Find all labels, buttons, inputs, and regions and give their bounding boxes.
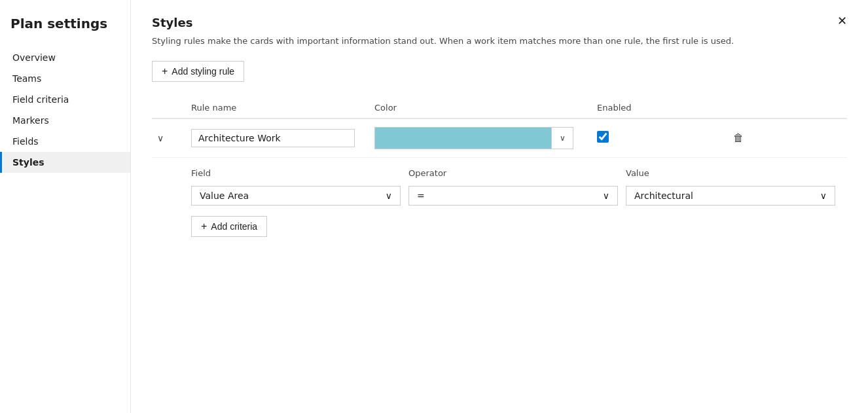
- chevron-down-icon: ∨: [560, 134, 566, 143]
- color-cell: ∨: [374, 127, 597, 149]
- criteria-value-header: Value: [626, 168, 835, 178]
- col-color: Color: [374, 103, 597, 113]
- field-dropdown[interactable]: Value Area ∨: [191, 186, 401, 206]
- sidebar-item-styles[interactable]: Styles: [0, 152, 130, 173]
- value-dropdown[interactable]: Architectural ∨: [626, 186, 835, 206]
- section-title: Styles: [152, 16, 847, 29]
- section-description: Styling rules make the cards with import…: [152, 35, 839, 48]
- color-swatch[interactable]: [374, 127, 551, 149]
- criteria-field-header: Field: [191, 168, 401, 178]
- operator-dropdown[interactable]: = ∨: [408, 186, 618, 206]
- sidebar-item-overview[interactable]: Overview: [0, 47, 130, 68]
- col-rule-name: Rule name: [191, 103, 374, 113]
- delete-cell: 🗑: [728, 130, 847, 147]
- table-row: ∨ ∨ 🗑: [152, 119, 847, 158]
- col-actions: [728, 103, 847, 113]
- field-dropdown-cell: Value Area ∨: [191, 186, 401, 206]
- add-rule-label: Add styling rule: [172, 66, 234, 77]
- value-dropdown-cell: Architectural ∨: [626, 186, 835, 206]
- rule-name-input[interactable]: [191, 129, 355, 147]
- close-icon: ✕: [837, 14, 847, 28]
- sidebar-item-teams[interactable]: Teams: [0, 68, 130, 89]
- rule-name-cell: [191, 129, 374, 147]
- enabled-cell: [597, 131, 728, 145]
- operator-dropdown-value: =: [417, 190, 425, 201]
- criteria-operator-header: Operator: [408, 168, 618, 178]
- sidebar-item-markers[interactable]: Markers: [0, 110, 130, 131]
- main-content: ✕ Styles Styling rules make the cards wi…: [131, 0, 868, 413]
- plus-icon: +: [162, 65, 168, 77]
- close-button[interactable]: ✕: [831, 10, 852, 31]
- value-dropdown-value: Architectural: [634, 190, 693, 201]
- color-dropdown-button[interactable]: ∨: [551, 127, 573, 149]
- criteria-section: Field Operator Value Value Area ∨ = ∨: [152, 158, 847, 247]
- field-dropdown-value: Value Area: [200, 190, 249, 201]
- color-picker-wrapper: ∨: [374, 127, 584, 149]
- operator-dropdown-cell: = ∨: [408, 186, 618, 206]
- sidebar: Plan settings Overview Teams Field crite…: [0, 0, 131, 413]
- table-header: Rule name Color Enabled: [152, 98, 847, 118]
- page-title: Plan settings: [0, 10, 130, 47]
- criteria-row: Value Area ∨ = ∨ Architectural ∨: [191, 186, 847, 206]
- add-criteria-plus-icon: +: [201, 221, 207, 232]
- delete-icon: 🗑: [733, 132, 744, 143]
- field-chevron-icon: ∨: [386, 190, 392, 201]
- sidebar-item-fields[interactable]: Fields: [0, 131, 130, 152]
- enabled-checkbox[interactable]: [597, 131, 609, 143]
- value-chevron-icon: ∨: [820, 190, 827, 201]
- expand-row-button[interactable]: ∨: [152, 130, 169, 146]
- app-container: Plan settings Overview Teams Field crite…: [0, 0, 868, 413]
- col-enabled: Enabled: [597, 103, 728, 113]
- add-styling-rule-button[interactable]: + Add styling rule: [152, 61, 244, 82]
- col-expand: [152, 103, 191, 113]
- operator-chevron-icon: ∨: [603, 190, 609, 201]
- sidebar-nav: Overview Teams Field criteria Markers Fi…: [0, 47, 130, 173]
- row-expand-cell: ∨: [152, 130, 191, 146]
- add-criteria-button[interactable]: + Add criteria: [191, 216, 267, 237]
- add-criteria-label: Add criteria: [211, 221, 257, 232]
- chevron-down-icon: ∨: [157, 133, 164, 143]
- sidebar-item-field-criteria[interactable]: Field criteria: [0, 89, 130, 110]
- criteria-header: Field Operator Value: [191, 168, 847, 178]
- delete-rule-button[interactable]: 🗑: [728, 130, 749, 147]
